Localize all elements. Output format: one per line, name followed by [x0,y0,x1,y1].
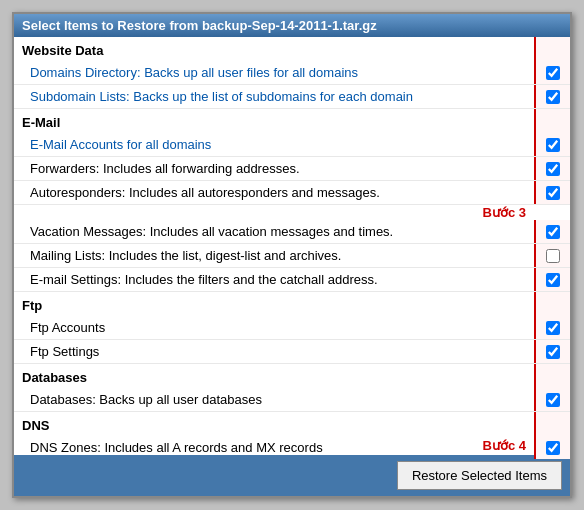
item-checkbox-vacation-messages[interactable] [546,225,560,239]
item-row-autoresponders: Autoresponders: Includes all autorespond… [14,181,570,205]
item-cb-area-domains-dir [534,61,570,84]
footer-bar: Restore Selected Items [14,455,570,496]
item-row-email-settings: E-mail Settings: Includes the filters an… [14,268,570,292]
item-cb-area-databases-item [534,388,570,411]
item-checkbox-domains-dir[interactable] [546,66,560,80]
section-checkbox-spacer-email [534,109,570,133]
item-cb-area-ftp-settings [534,340,570,363]
section-header-dns: DNS [14,412,570,436]
item-label-email-settings: E-mail Settings: Includes the filters an… [14,268,534,291]
section-header-databases: Databases [14,364,570,388]
item-label-autoresponders: Autoresponders: Includes all autorespond… [14,181,534,204]
item-cb-area-email-settings [534,268,570,291]
item-checkbox-email-accounts[interactable] [546,138,560,152]
item-label-domains-dir: Domains Directory: Backs up all user fil… [14,61,534,84]
item-row-databases-item: Databases: Backs up all user databases [14,388,570,412]
section-label-databases: Databases [14,364,534,388]
item-label-vacation-messages: Vacation Messages: Includes all vacation… [14,220,534,243]
item-checkbox-autoresponders[interactable] [546,186,560,200]
item-checkbox-mailing-lists[interactable] [546,249,560,263]
item-checkbox-ftp-settings[interactable] [546,345,560,359]
section-label-dns: DNS [14,412,534,436]
item-checkbox-dns-zones[interactable] [546,441,560,455]
item-row-email-accounts: E-Mail Accounts for all domains [14,133,570,157]
restore-selected-button[interactable]: Restore Selected Items [397,461,562,490]
title-bar: Select Items to Restore from backup-Sep-… [14,14,570,37]
section-header-email: E-Mail [14,109,570,133]
item-cb-area-autoresponders [534,181,570,204]
item-label-subdomain-lists: Subdomain Lists: Backs up the list of su… [14,85,534,108]
item-row-mailing-lists: Mailing Lists: Includes the list, digest… [14,244,570,268]
content-area: Website Data Domains Directory: Backs up… [14,37,570,453]
item-checkbox-databases-item[interactable] [546,393,560,407]
item-checkbox-email-settings[interactable] [546,273,560,287]
section-checkbox-spacer-dns [534,412,570,436]
annotation-buoc3: Bước 3 [14,205,570,220]
item-row-domains-dir: Domains Directory: Backs up all user fil… [14,61,570,85]
section-header-ftp: Ftp [14,292,570,316]
item-cb-area-subdomain-lists [534,85,570,108]
section-checkbox-spacer-databases [534,364,570,388]
section-label-ftp: Ftp [14,292,534,316]
item-label-email-accounts: E-Mail Accounts for all domains [14,133,534,156]
item-cb-area-forwarders [534,157,570,180]
item-row-vacation-messages: Vacation Messages: Includes all vacation… [14,220,570,244]
section-checkbox-spacer-website-data [534,37,570,61]
item-checkbox-forwarders[interactable] [546,162,560,176]
item-cb-area-email-accounts [534,133,570,156]
item-row-forwarders: Forwarders: Includes all forwarding addr… [14,157,570,181]
window-title: Select Items to Restore from backup-Sep-… [22,18,377,33]
item-cb-area-ftp-accounts [534,316,570,339]
item-cb-area-vacation-messages [534,220,570,243]
item-row-ftp-accounts: Ftp Accounts [14,316,570,340]
main-window: Select Items to Restore from backup-Sep-… [12,12,572,498]
item-cb-area-mailing-lists [534,244,570,267]
item-label-databases-item: Databases: Backs up all user databases [14,388,534,411]
item-label-ftp-accounts: Ftp Accounts [14,316,534,339]
item-row-ftp-settings: Ftp Settings [14,340,570,364]
item-label-dns-zones: DNS Zones: Includes all A records and MX… [14,436,534,459]
item-label-ftp-settings: Ftp Settings [14,340,534,363]
item-label-mailing-lists: Mailing Lists: Includes the list, digest… [14,244,534,267]
section-label-website-data: Website Data [14,37,534,61]
item-checkbox-ftp-accounts[interactable] [546,321,560,335]
item-row-subdomain-lists: Subdomain Lists: Backs up the list of su… [14,85,570,109]
item-cb-area-dns-zones [534,436,570,459]
section-checkbox-spacer-ftp [534,292,570,316]
item-label-forwarders: Forwarders: Includes all forwarding addr… [14,157,534,180]
section-label-email: E-Mail [14,109,534,133]
item-checkbox-subdomain-lists[interactable] [546,90,560,104]
section-header-website-data: Website Data [14,37,570,61]
